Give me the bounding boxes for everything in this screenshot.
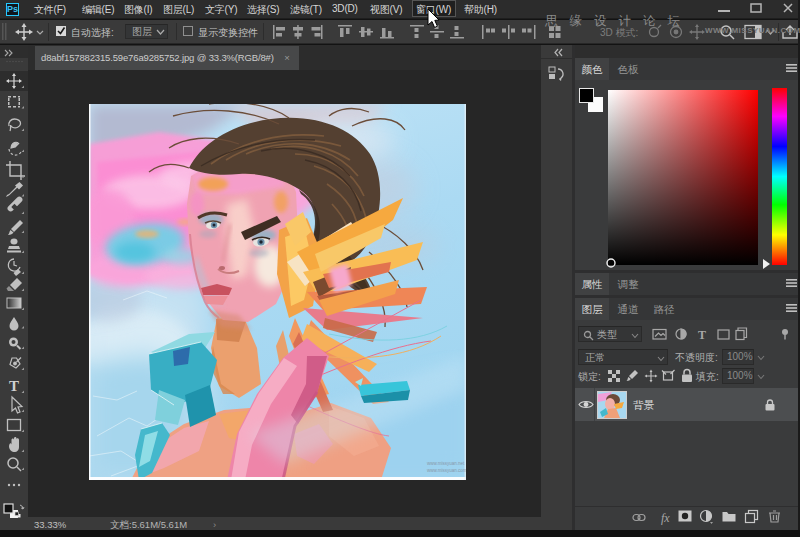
svg-text:www.missyuan.net: www.missyuan.net xyxy=(427,461,465,466)
svg-text:T: T xyxy=(9,378,19,394)
svg-text:T: T xyxy=(698,328,706,342)
svg-text:www.missyuan.com: www.missyuan.com xyxy=(427,468,466,473)
svg-text:fx: fx xyxy=(661,511,670,525)
